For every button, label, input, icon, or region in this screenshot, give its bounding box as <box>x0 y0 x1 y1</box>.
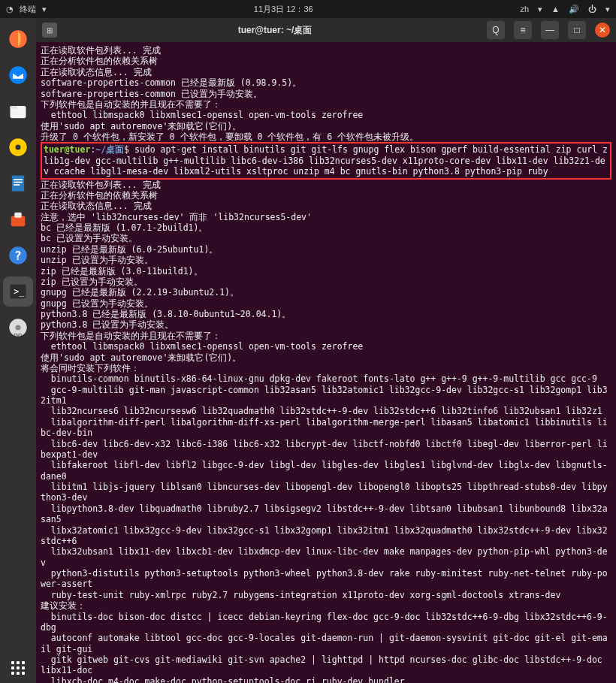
close-button[interactable]: ✕ <box>595 23 610 38</box>
terminal-window: ⊞ tuer@tuer: ~/桌面 Q ≡ — □ ✕ 正在读取软件包列表...… <box>36 18 616 683</box>
topbar-app-name: 终端 <box>20 4 36 15</box>
launcher-software[interactable] <box>3 204 33 234</box>
topbar-datetime: 11月3日 12：36 <box>47 4 520 15</box>
dropdown-icon: ▾ <box>538 5 542 14</box>
system-topbar: ◔ 终端 ▾ 11月3日 12：36 zh ▾ ▲ 🔊 ⏻ ▾ <box>0 0 616 18</box>
circle-icon: ◔ <box>6 5 14 14</box>
svg-point-1 <box>9 66 26 83</box>
launcher-firefox[interactable] <box>3 24 33 54</box>
launcher-help[interactable]: ? <box>3 240 33 270</box>
svg-text:?: ? <box>14 249 22 263</box>
launcher-rhythmbox[interactable] <box>3 132 33 162</box>
minimize-button[interactable]: — <box>541 21 559 39</box>
launcher-files[interactable] <box>3 96 33 126</box>
volume-icon[interactable]: 🔊 <box>569 5 579 14</box>
launcher-apps-grid[interactable] <box>3 653 33 683</box>
power-icon[interactable]: ⏻ <box>588 5 596 14</box>
svg-point-5 <box>16 145 21 150</box>
svg-rect-11 <box>14 213 21 218</box>
svg-rect-6 <box>12 176 24 192</box>
svg-rect-9 <box>14 184 20 186</box>
topbar-lang[interactable]: zh <box>520 5 529 14</box>
window-titlebar: ⊞ tuer@tuer: ~/桌面 Q ≡ — □ ✕ <box>36 18 616 42</box>
dropdown-icon: ▾ <box>605 5 610 14</box>
launcher-dock: ? >_ DVD <box>0 18 36 683</box>
menu-button[interactable]: ≡ <box>514 21 532 39</box>
svg-rect-8 <box>14 182 23 183</box>
svg-text:>_: >_ <box>14 286 25 297</box>
svg-rect-7 <box>14 179 23 180</box>
svg-rect-3 <box>11 106 17 109</box>
launcher-libreoffice[interactable] <box>3 168 33 198</box>
svg-point-17 <box>16 325 21 331</box>
window-title: tuer@tuer: ~/桌面 <box>63 24 487 37</box>
terminal-body[interactable]: 正在读取软件包列表... 完成正在分析软件包的依赖关系树正在读取状态信息... … <box>36 42 616 683</box>
launcher-thunderbird[interactable] <box>3 60 33 90</box>
launcher-terminal[interactable]: >_ <box>3 277 33 307</box>
search-button[interactable]: Q <box>487 21 505 39</box>
maximize-button[interactable]: □ <box>568 21 586 39</box>
svg-text:DVD: DVD <box>14 333 23 337</box>
launcher-disc[interactable]: DVD <box>3 313 33 343</box>
network-icon[interactable]: ▲ <box>551 5 560 14</box>
new-tab-icon[interactable]: ⊞ <box>42 23 57 38</box>
